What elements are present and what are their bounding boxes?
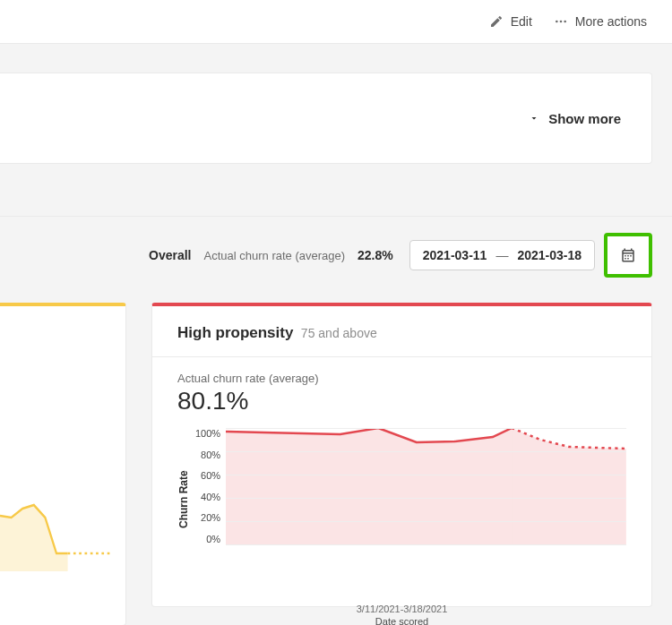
chevron-down-icon bbox=[529, 113, 539, 124]
y-tick: 100% bbox=[195, 428, 220, 439]
edit-button[interactable]: Edit bbox=[489, 14, 532, 29]
overall-value: 22.8% bbox=[358, 248, 393, 262]
x-axis-label: Date scored bbox=[177, 616, 626, 625]
y-tick: 40% bbox=[201, 492, 220, 502]
y-tick: 20% bbox=[201, 512, 220, 523]
chart-plot bbox=[226, 428, 626, 544]
ellipsis-icon bbox=[554, 14, 568, 29]
date-start: 2021-03-11 bbox=[423, 248, 487, 262]
svg-point-2 bbox=[564, 21, 566, 23]
high-propensity-card: High propensity 75 and above Actual chur… bbox=[151, 303, 652, 607]
y-axis-ticks: 100% 80% 60% 40% 20% 0% bbox=[195, 428, 226, 544]
show-more-label: Show more bbox=[548, 111, 621, 126]
date-range-picker[interactable]: 2021-03-11 — 2021-03-18 bbox=[409, 240, 595, 270]
cards-row: High propensity 75 and above Actual chur… bbox=[0, 303, 672, 625]
calendar-button[interactable] bbox=[604, 233, 652, 278]
chart-area: Churn Rate 100% 80% 60% 40% 20% 0% bbox=[177, 428, 626, 571]
top-toolbar: Edit More actions bbox=[0, 0, 672, 44]
card-header: High propensity 75 and above bbox=[177, 324, 626, 342]
overall-metric-label: Actual churn rate (average) bbox=[204, 249, 346, 262]
y-tick: 60% bbox=[201, 470, 220, 481]
details-panel: Show more bbox=[0, 73, 652, 164]
metric-label: Actual churn rate (average) bbox=[177, 372, 626, 385]
y-axis-label: Churn Rate bbox=[177, 428, 190, 571]
date-separator: — bbox=[495, 248, 508, 262]
side-chart bbox=[0, 464, 113, 571]
side-card bbox=[0, 303, 126, 625]
y-tick: 80% bbox=[201, 449, 220, 460]
metric-value: 80.1% bbox=[177, 387, 626, 415]
overall-label: Overall bbox=[149, 248, 191, 262]
pencil-icon bbox=[489, 14, 504, 29]
card-title: High propensity bbox=[177, 324, 293, 341]
svg-point-1 bbox=[560, 21, 563, 23]
svg-point-0 bbox=[556, 21, 558, 23]
more-actions-button[interactable]: More actions bbox=[554, 14, 647, 29]
divider bbox=[152, 356, 651, 357]
edit-label: Edit bbox=[511, 14, 532, 29]
y-tick: 0% bbox=[206, 534, 220, 544]
x-range-label: 3/11/2021-3/18/2021 bbox=[177, 604, 626, 614]
date-end: 2021-03-18 bbox=[517, 248, 582, 262]
summary-bar: Overall Actual churn rate (average) 22.8… bbox=[0, 216, 672, 278]
more-actions-label: More actions bbox=[575, 14, 647, 29]
calendar-icon bbox=[620, 247, 636, 263]
show-more-toggle[interactable]: Show more bbox=[529, 111, 621, 126]
card-subtitle: 75 and above bbox=[301, 326, 377, 340]
